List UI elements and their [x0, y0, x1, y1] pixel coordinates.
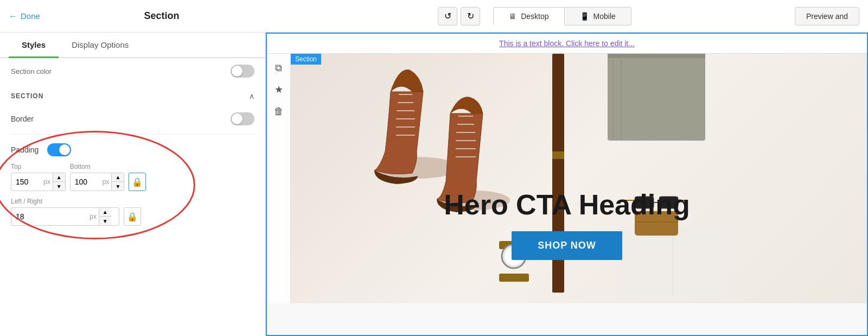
- svg-rect-17: [608, 54, 705, 58]
- bottom-spinner-btns: ▲ ▼: [111, 173, 124, 191]
- top-bar-left: ← Done Section: [9, 10, 275, 22]
- top-spinner-btns: ▲ ▼: [53, 173, 65, 191]
- sidebar-tools: ⧉ ★ 🗑: [267, 54, 291, 303]
- delete-tool-btn[interactable]: 🗑: [269, 102, 289, 121]
- left-right-decrement-btn[interactable]: ▼: [99, 217, 111, 225]
- left-right-px-unit: px: [87, 213, 99, 220]
- device-tabs: 🖥 Desktop 📱 Mobile: [493, 7, 631, 26]
- copy-icon: ⧉: [275, 62, 282, 74]
- text-block-link[interactable]: This is a text block. Click here to edit…: [499, 39, 635, 48]
- left-right-increment-btn[interactable]: ▲: [99, 208, 111, 217]
- left-right-input[interactable]: [11, 209, 87, 224]
- text-block-bar: This is a text block. Click here to edit…: [267, 34, 867, 54]
- top-px-unit: px: [41, 178, 53, 186]
- chevron-up-icon: ∧: [249, 92, 254, 100]
- preview-button[interactable]: Preview and: [795, 7, 859, 26]
- left-right-row: Left / Right px ▲ ▼ 🔒: [11, 198, 254, 226]
- left-right-input-wrapper: px ▲ ▼: [11, 207, 119, 226]
- star-icon: ★: [275, 84, 283, 96]
- done-button[interactable]: ← Done: [9, 11, 40, 21]
- redo-icon: ↻: [467, 11, 474, 21]
- back-arrow-icon: ←: [9, 11, 17, 21]
- main-content: Styles Display Options Section color SEC…: [0, 33, 868, 336]
- bottom-px-unit: px: [100, 178, 112, 186]
- left-panel: Styles Display Options Section color SEC…: [0, 33, 266, 336]
- right-canvas: This is a text block. Click here to edit…: [266, 33, 868, 336]
- page-title: Section: [144, 10, 179, 22]
- trash-icon: 🗑: [274, 106, 284, 117]
- top-field-group: Top px ▲ ▼: [11, 163, 66, 191]
- section-header-label: SECTION: [11, 92, 43, 100]
- left-right-label: Left / Right: [11, 198, 119, 205]
- padding-fields: Top px ▲ ▼ Bottom px: [0, 161, 265, 232]
- hero-heading: Hero CTA Heading: [267, 189, 867, 220]
- shop-now-button[interactable]: SHOP NOW: [512, 231, 622, 260]
- mobile-tab[interactable]: 📱 Mobile: [565, 7, 631, 26]
- undo-icon: ↺: [444, 11, 451, 21]
- bottom-field-label: Bottom: [70, 163, 125, 170]
- left-right-lock-btn[interactable]: 🔒: [124, 207, 141, 226]
- done-label: Done: [21, 11, 40, 21]
- svg-rect-15: [552, 151, 564, 159]
- border-label: Border: [11, 115, 34, 123]
- favorite-tool-btn[interactable]: ★: [269, 80, 289, 99]
- padding-row: Padding: [0, 135, 265, 161]
- hero-fashion-svg: [267, 54, 867, 303]
- bottom-input-wrapper: px ▲ ▼: [70, 173, 125, 191]
- tab-display-options[interactable]: Display Options: [59, 33, 142, 57]
- border-toggle[interactable]: [231, 112, 254, 125]
- tabs-row: Styles Display Options: [0, 33, 265, 58]
- tab-styles[interactable]: Styles: [9, 33, 59, 57]
- section-collapsible-header[interactable]: SECTION ∧: [0, 84, 265, 108]
- svg-rect-16: [608, 54, 705, 141]
- copy-tool-btn[interactable]: ⧉: [269, 58, 289, 78]
- top-bar: ← Done Section ↺ ↻ 🖥 Desktop 📱 Mobile Pr…: [0, 0, 868, 33]
- mobile-icon: 📱: [580, 12, 589, 21]
- undo-button[interactable]: ↺: [438, 7, 457, 26]
- redo-button[interactable]: ↻: [461, 7, 480, 26]
- section-badge: Section: [291, 54, 321, 65]
- hero-image-area: Hero CTA Heading SHOP NOW ⧉ ★ 🗑: [267, 54, 867, 303]
- section-color-label: Section color: [11, 67, 52, 75]
- top-decrement-btn[interactable]: ▼: [53, 182, 65, 191]
- canvas-content: This is a text block. Click here to edit…: [266, 33, 868, 336]
- top-field-label: Top: [11, 163, 66, 170]
- border-row: Border: [0, 108, 265, 134]
- padding-toggle[interactable]: [47, 143, 71, 156]
- section-color-toggle[interactable]: [231, 65, 254, 78]
- section-color-row: Section color: [0, 58, 265, 84]
- undo-redo-group: ↺ ↻: [438, 7, 480, 26]
- top-bottom-row: Top px ▲ ▼ Bottom px: [11, 163, 254, 191]
- top-bottom-lock-btn[interactable]: 🔒: [129, 173, 146, 191]
- top-input-wrapper: px ▲ ▼: [11, 173, 66, 191]
- left-right-spinner-btns: ▲ ▼: [99, 208, 111, 225]
- svg-rect-34: [499, 274, 529, 282]
- bottom-input[interactable]: [71, 174, 100, 189]
- top-increment-btn[interactable]: ▲: [53, 173, 65, 182]
- padding-label: Padding: [11, 145, 39, 154]
- top-input[interactable]: [11, 174, 41, 189]
- left-right-field-group: Left / Right px ▲ ▼: [11, 198, 119, 226]
- desktop-icon: 🖥: [509, 12, 516, 21]
- bottom-decrement-btn[interactable]: ▼: [112, 182, 124, 191]
- hero-text-area: Hero CTA Heading SHOP NOW: [267, 189, 867, 260]
- bottom-increment-btn[interactable]: ▲: [112, 173, 124, 182]
- bottom-field-group: Bottom px ▲ ▼: [70, 163, 125, 191]
- desktop-tab[interactable]: 🖥 Desktop: [493, 7, 564, 26]
